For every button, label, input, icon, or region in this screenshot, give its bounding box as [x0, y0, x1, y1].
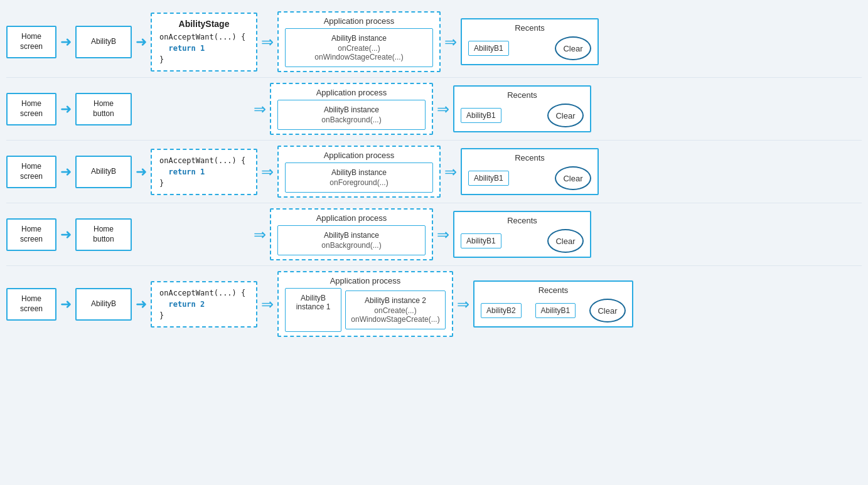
- recents-5: Recents AbilityB2 AbilityB1 Clear: [473, 280, 633, 328]
- app-process-5: Application process AbilityBinstance 1 A…: [277, 271, 453, 337]
- recents-title-1: Recents: [468, 23, 591, 33]
- app-inner-5a: AbilityBinstance 1: [285, 288, 341, 332]
- recents-row-1: AbilityB1 Clear: [468, 36, 591, 60]
- return-val-1: return 1: [168, 44, 205, 53]
- ability-stage-3: onAcceptWant(...) { return 1 }: [151, 149, 257, 195]
- recents-4: Recents AbilityB1 Clear: [453, 211, 591, 258]
- arrow-3-4: ⇒: [444, 164, 457, 179]
- arrow-2-1: ➜: [60, 102, 72, 116]
- app-process-3: Application process AbilityB instance on…: [277, 146, 441, 198]
- recents-title-5: Recents: [481, 285, 626, 295]
- app-inner-1: AbilityB instance onCreate(...) onWindow…: [285, 28, 433, 67]
- ability-instance-2: AbilityB instance: [283, 105, 420, 114]
- lifecycle-4a: onBackground(...): [283, 241, 420, 250]
- app-inner-3: AbilityB instance onForeground(...): [285, 163, 433, 193]
- ability-b-5: AbilityB: [75, 288, 132, 321]
- lifecycle-5b: onWindowStageCreate(...): [351, 315, 440, 324]
- app-title-5: Application process: [285, 276, 446, 285]
- home-screen-3: Homescreen: [6, 156, 56, 188]
- lifecycle-3a: onForeground(...): [291, 178, 427, 187]
- row-1: Homescreen ➜ AbilityB ➜ AbilityStage onA…: [6, 6, 862, 77]
- return-val-5: return 2: [168, 300, 205, 309]
- arrow-5-4: ⇒: [457, 297, 469, 312]
- clear-button-1[interactable]: Clear: [555, 36, 591, 60]
- recents-title-3: Recents: [468, 153, 591, 163]
- app-title-4: Application process: [277, 213, 426, 223]
- ability-stage-1: AbilityStage onAcceptWant(...) { return …: [151, 13, 257, 72]
- app-inner-double-5: AbilityBinstance 1 AbilityB instance 2 o…: [285, 288, 446, 332]
- app-inner-2: AbilityB instance onBackground(...): [277, 100, 426, 130]
- lifecycle-2a: onBackground(...): [283, 115, 420, 124]
- app-title-3: Application process: [285, 151, 433, 160]
- arrow-4-1: ➜: [60, 228, 72, 242]
- recents-row-3: AbilityB1 Clear: [468, 166, 591, 190]
- lifecycle-5a: onCreate(...): [351, 306, 440, 315]
- recents-title-4: Recents: [461, 216, 584, 225]
- recents-title-2: Recents: [461, 90, 584, 100]
- clear-button-2[interactable]: Clear: [547, 104, 584, 127]
- ability-b-3: AbilityB: [75, 156, 132, 188]
- arrow-5-1: ➜: [60, 297, 72, 311]
- ability-stage-5: onAcceptWant(...) { return 2 }: [151, 281, 257, 328]
- arrow-2-3: ⇒: [254, 102, 266, 117]
- arrow-1-1: ➜: [60, 35, 72, 49]
- ability-b-1: AbilityB: [75, 26, 132, 58]
- clear-button-5[interactable]: Clear: [589, 299, 626, 322]
- home-screen-2: Homescreen: [6, 93, 56, 125]
- ability-instance-4: AbilityB instance: [283, 231, 420, 240]
- ability-badge-1: AbilityB1: [468, 41, 509, 56]
- row-2: Homescreen ➜ Homebutton ⇒ Application pr…: [6, 78, 862, 140]
- diagram: Homescreen ➜ AbilityB ➜ AbilityStage onA…: [0, 0, 868, 348]
- stage-code-3: onAcceptWant(...) { return 1 }: [159, 155, 249, 189]
- recents-row-2: AbilityB1 Clear: [461, 104, 584, 127]
- row-3: Homescreen ➜ AbilityB ➜ onAcceptWant(...…: [6, 141, 862, 203]
- home-button-2: Homebutton: [75, 93, 132, 125]
- app-inner-4: AbilityB instance onBackground(...): [277, 225, 426, 255]
- arrow-4-3: ⇒: [254, 227, 266, 242]
- arrow-1-2: ➜: [136, 35, 147, 49]
- stage-code-5: onAcceptWant(...) { return 2 }: [159, 287, 249, 321]
- recents-1: Recents AbilityB1 Clear: [461, 18, 599, 65]
- arrow-3-1: ➜: [60, 165, 72, 179]
- ability-instance-5a: AbilityBinstance 1: [291, 294, 336, 311]
- recents-3: Recents AbilityB1 Clear: [461, 148, 599, 195]
- app-process-2: Application process AbilityB instance on…: [270, 83, 433, 135]
- ability-instance-3: AbilityB instance: [291, 168, 427, 177]
- row-5: Homescreen ➜ AbilityB ➜ onAcceptWant(...…: [6, 266, 862, 342]
- stage-title-1: AbilityStage: [159, 19, 249, 29]
- recents-row-5: AbilityB2 AbilityB1 Clear: [481, 299, 626, 322]
- ability-badge-5b: AbilityB1: [535, 303, 576, 318]
- app-process-4: Application process AbilityB instance on…: [270, 208, 433, 260]
- ability-badge-2: AbilityB1: [461, 108, 501, 123]
- stage-code-1: onAcceptWant(...) { return 1 }: [159, 31, 249, 65]
- row-4: Homescreen ➜ Homebutton ⇒ Application pr…: [6, 203, 862, 265]
- app-inner-5b: AbilityB instance 2 onCreate(...) onWind…: [345, 290, 446, 329]
- lifecycle-1b: onWindowStageCreate(...): [291, 53, 427, 61]
- return-val-3: return 1: [168, 168, 205, 176]
- ability-badge-5a: AbilityB2: [481, 303, 522, 318]
- ability-badge-4: AbilityB1: [461, 233, 501, 248]
- app-title-1: Application process: [285, 16, 433, 26]
- arrow-5-2: ➜: [136, 297, 147, 311]
- app-process-1: Application process AbilityB instance on…: [277, 11, 441, 72]
- arrow-3-2: ➜: [136, 165, 147, 179]
- arrow-2-4: ⇒: [437, 102, 449, 117]
- app-title-2: Application process: [277, 88, 426, 97]
- arrow-1-4: ⇒: [444, 35, 457, 50]
- ability-badge-3: AbilityB1: [468, 171, 509, 186]
- recents-row-4: AbilityB1 Clear: [461, 229, 584, 253]
- lifecycle-1a: onCreate(...): [291, 44, 427, 53]
- arrow-1-3: ⇒: [261, 35, 274, 50]
- home-screen-4: Homescreen: [6, 218, 56, 251]
- ability-instance-1: AbilityB instance: [291, 34, 427, 43]
- home-screen-1: Homescreen: [6, 26, 56, 58]
- arrow-4-4: ⇒: [437, 227, 449, 242]
- home-button-4: Homebutton: [75, 218, 132, 251]
- clear-button-4[interactable]: Clear: [547, 229, 584, 253]
- clear-button-3[interactable]: Clear: [555, 166, 591, 190]
- recents-2: Recents AbilityB1 Clear: [453, 85, 591, 132]
- home-screen-5: Homescreen: [6, 288, 56, 321]
- ability-instance-5b: AbilityB instance 2: [351, 296, 440, 305]
- arrow-5-3: ⇒: [261, 297, 274, 312]
- arrow-3-3: ⇒: [261, 164, 274, 179]
